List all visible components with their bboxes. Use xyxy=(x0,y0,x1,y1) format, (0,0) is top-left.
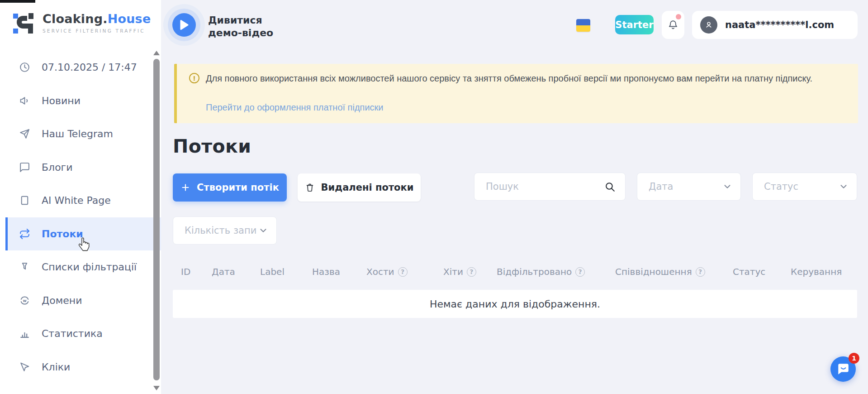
logo-icon xyxy=(11,12,36,37)
column-header-label: Label xyxy=(260,266,285,277)
status-filter-select[interactable]: Статус xyxy=(752,173,857,201)
trash-icon xyxy=(305,183,315,192)
chevron-down-icon xyxy=(839,182,849,192)
sidebar-scrollbar[interactable] xyxy=(153,49,160,393)
logo-tagline: SERVICE FILTERING TRAFFIC xyxy=(43,28,151,34)
help-icon[interactable] xyxy=(575,267,585,277)
trial-banner: Для повного використання всіх можливосте… xyxy=(174,64,858,123)
sidebar-item-label: Новини xyxy=(42,95,81,106)
deleted-flows-button[interactable]: Видалені потоки xyxy=(298,173,421,202)
search-icon[interactable] xyxy=(604,181,616,194)
scrollbar-thumb[interactable] xyxy=(153,59,160,380)
page-icon xyxy=(19,195,30,206)
page-title: Потоки xyxy=(173,135,251,157)
plus-icon xyxy=(180,183,190,192)
mouse-pointer-icon xyxy=(19,361,30,373)
sidebar-item-label: Статистика xyxy=(42,328,103,339)
demo-video-label[interactable]: Дивитися демо-відео xyxy=(208,14,284,39)
column-header-id: ID xyxy=(181,266,190,277)
sidebar-item-label: Наш Telegram xyxy=(42,128,113,139)
records-count-select[interactable]: Кількість запи xyxy=(173,216,277,245)
column-header-filtered: Відфільтровано xyxy=(497,266,585,277)
chat-bubble-icon xyxy=(19,162,30,173)
notification-dot xyxy=(676,14,681,19)
sidebar-item-label: 07.10.2025 / 17:47 xyxy=(42,62,137,73)
sidebar-item-domains[interactable]: w Домени xyxy=(0,284,161,317)
sidebar-item-blogs[interactable]: Блоги xyxy=(0,151,161,184)
domain-globe-icon: w xyxy=(19,295,30,306)
sidebar: Cloaking.House SERVICE FILTERING TRAFFIC… xyxy=(0,0,161,394)
help-icon[interactable] xyxy=(696,267,705,277)
sidebar-item-telegram[interactable]: Наш Telegram xyxy=(0,117,161,151)
empty-state-text: Немає даних для відображення. xyxy=(430,298,600,310)
chat-unread-badge: 1 xyxy=(849,353,859,364)
help-icon[interactable] xyxy=(398,267,408,277)
logo-title: Cloaking.House xyxy=(43,12,151,26)
scroll-up-button[interactable] xyxy=(153,51,160,55)
bar-chart-icon xyxy=(19,328,30,339)
column-header-date: Дата xyxy=(212,266,235,277)
megaphone-icon xyxy=(19,95,30,106)
sidebar-item-news[interactable]: Новини xyxy=(0,84,161,118)
window-edge-strip xyxy=(0,0,35,3)
date-filter-select[interactable]: Дата xyxy=(637,173,741,201)
app-root: Cloaking.House SERVICE FILTERING TRAFFIC… xyxy=(0,0,868,394)
play-icon xyxy=(180,20,189,30)
user-email: naata**********l.com xyxy=(725,19,834,30)
search-field xyxy=(474,173,626,201)
column-header-name: Назва xyxy=(312,266,340,277)
column-header-manage: Керування xyxy=(791,266,842,277)
column-header-hits: Хіти xyxy=(443,266,476,277)
chat-smile-icon xyxy=(836,363,850,375)
sidebar-item-label: Домени xyxy=(42,295,82,306)
column-header-ratio: Співвідношення xyxy=(615,266,705,277)
person-icon xyxy=(704,20,714,30)
column-header-status: Статус xyxy=(733,266,765,277)
warning-icon xyxy=(189,73,199,83)
sidebar-item-label: Блоги xyxy=(42,162,72,173)
ukraine-flag-icon[interactable] xyxy=(576,19,590,32)
sidebar-item-ai-white-page[interactable]: AI White Page xyxy=(0,184,161,217)
sidebar-item-datetime: 07.10.2025 / 17:47 xyxy=(0,51,161,84)
logo[interactable]: Cloaking.House SERVICE FILTERING TRAFFIC xyxy=(11,12,151,37)
user-menu[interactable]: naata**********l.com xyxy=(692,11,858,39)
chevron-down-icon xyxy=(258,226,268,235)
column-header-hosts: Хости xyxy=(366,266,408,277)
demo-video-play-button[interactable] xyxy=(172,13,196,37)
chevron-down-icon xyxy=(722,182,732,192)
banner-message: Для повного використання всіх можливосте… xyxy=(206,72,839,86)
sidebar-item-statistics[interactable]: Статистика xyxy=(0,317,161,351)
hand-cursor-icon xyxy=(77,236,91,254)
bell-icon xyxy=(667,19,679,31)
plan-badge[interactable]: Starter xyxy=(615,15,654,34)
sidebar-nav: 07.10.2025 / 17:47 Новини Наш Telegram Б… xyxy=(0,51,161,384)
table-header: ID Дата Label Назва Хости Хіти Відфільтр… xyxy=(0,266,868,282)
sidebar-item-label: Кліки xyxy=(42,361,70,373)
upgrade-subscription-link[interactable]: Перейти до оформлення платної підписки xyxy=(206,102,384,113)
help-icon[interactable] xyxy=(467,267,476,277)
telegram-icon xyxy=(19,128,30,139)
sidebar-item-clicks[interactable]: Кліки xyxy=(0,351,161,384)
notifications-button[interactable] xyxy=(662,11,684,39)
search-input[interactable] xyxy=(474,173,625,200)
empty-state-row: Немає даних для відображення. xyxy=(173,290,857,318)
clock-icon xyxy=(19,62,30,73)
create-flow-button[interactable]: Створити потік xyxy=(173,173,287,202)
sidebar-item-label: AI White Page xyxy=(42,195,111,206)
svg-text:w: w xyxy=(23,298,26,303)
scroll-down-button[interactable] xyxy=(153,386,160,390)
flows-repeat-icon xyxy=(19,228,30,240)
avatar xyxy=(700,16,717,34)
